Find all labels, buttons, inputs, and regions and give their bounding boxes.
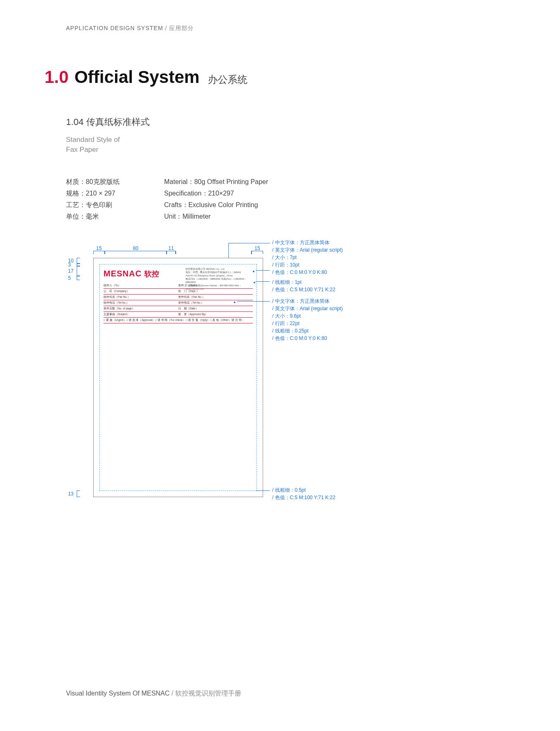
spec-craft-en: Crafts：Exclusive Color Printing: [164, 199, 268, 211]
ruler-seg: [176, 251, 252, 254]
spec-size-en: Specification：210×297: [164, 188, 268, 199]
specs-cn: 材质：80克胶版纸 规格：210 × 297 工艺：专色印刷 单位：毫米: [66, 176, 153, 222]
company-info-line: 地址：中国 · 青岛市郑州路43号 邮编(P.C.)：266042: [186, 271, 254, 274]
form-cell: 日 期（Date）: [178, 307, 253, 311]
ruler-seg: 5: [77, 276, 80, 280]
company-info-line: 软控股份有限公司 MESNAC Co., Ltd.: [186, 267, 254, 271]
form-cell: 发件传真（Fax No.）: [178, 295, 253, 299]
leader-line: [228, 243, 229, 258]
section-sub-line1: Standard Style of: [66, 135, 560, 145]
form-row: 主题事由（Subject）签 发（Approved By）: [104, 312, 253, 318]
section-title: 1.04 传真纸标准样式: [66, 116, 560, 128]
ruler-seg-bottom: 13: [77, 490, 80, 497]
form-row: 收件电话（Tel No.）发件电话（Tel No.）: [104, 300, 253, 306]
spec-material-cn: 材质：80克胶版纸: [66, 176, 153, 188]
marker-dot: [234, 302, 235, 303]
annotation-line: / 线粗细：0.5pt: [272, 486, 335, 494]
diagram: 15801115 103175 13 MESNAC 软控 软控股份有限公司 ME…: [0, 243, 560, 540]
logo-en: MESNAC: [104, 269, 142, 279]
form-cell: 主题事由（Subject）: [104, 313, 178, 316]
ruler-bottom: 13: [77, 490, 92, 497]
marker-dot: [254, 282, 255, 283]
annotation-4: / 线粗细：0.5pt/ 色值：C:5 M:100 Y:71 K:22: [272, 486, 335, 501]
spec-material-en: Material：80g Offset Printing Paper: [164, 176, 268, 188]
page-title: 1.0 Official System 办公系统: [45, 67, 560, 87]
ruler-label: 17: [68, 268, 73, 274]
footer-cn: 软控视觉识别管理手册: [175, 690, 241, 697]
footer-en: Visual Identity System Of MESNAC: [66, 690, 169, 697]
spec-size-cn: 规格：210 × 297: [66, 188, 153, 199]
ruler-top: 15801115: [93, 249, 263, 256]
annotation-line: / 中文字体：方正黑体简体: [272, 239, 343, 246]
form-row: 公 司（Company）部 门（Dept.）: [104, 289, 253, 295]
ruler-seg: 11: [167, 251, 176, 254]
form-cell: 发件电话（Tel No.）: [178, 301, 253, 305]
form-cell: 发件页数（No. of page）: [104, 307, 178, 311]
title-number: 1.0: [45, 67, 68, 87]
ruler-label: 80: [133, 245, 138, 251]
breadcrumb-sep: /: [163, 25, 169, 31]
annotation-line: / 色值：C:0 M:0 Y:0 K:80: [272, 335, 343, 342]
ruler-label-bottom: 13: [68, 491, 73, 497]
spec-unit-cn: 单位：毫米: [66, 211, 153, 222]
leader-line: [256, 281, 270, 282]
title-sub: 办公系统: [208, 73, 247, 86]
title-main: Official System: [74, 67, 199, 87]
ruler-label: 3: [68, 262, 71, 268]
spec-craft-cn: 工艺：专色印刷: [66, 199, 153, 211]
footer-sep: /: [169, 690, 175, 697]
form-row: 发件页数（No. of page）日 期（Date）: [104, 306, 253, 312]
form-cell: 收件电话（Tel No.）: [104, 301, 178, 305]
form-row: 收件人（To）发件人（From）: [104, 283, 253, 289]
ruler-left: 103175: [77, 258, 92, 280]
annotation-line: / 色值：C:0 M:0 Y:0 K:80: [272, 269, 343, 276]
footer: Visual Identity System Of MESNAC / 软控视觉识…: [66, 689, 241, 698]
leader-line: [256, 490, 270, 491]
form-cell: 发件人（From）: [178, 284, 253, 288]
annotation-line: / 行距：22pt: [272, 320, 343, 327]
marker-dot: [253, 271, 254, 272]
annotation-1: / 中文字体：方正黑体简体/ 英文字体：Arial (regular scrip…: [272, 239, 343, 276]
annotation-line: / 中文字体：方正黑体简体: [272, 297, 343, 305]
form-cell: 签 发（Approved By）: [178, 313, 253, 316]
form-cell: 部 门（Dept.）: [178, 290, 253, 293]
annotation-2: / 线粗细：1pt/ 色值：C:5 M:100 Y:71 K:22: [272, 278, 335, 293]
form-cell: 收件人（To）: [104, 284, 178, 288]
section-sub-line2: Fax Paper: [66, 145, 560, 155]
specs-en: Material：80g Offset Printing Paper Speci…: [164, 176, 268, 222]
ruler-seg: 15: [93, 251, 105, 254]
leader-line: [256, 270, 270, 271]
ruler-seg: 15: [252, 251, 263, 254]
ruler-label: 15: [96, 245, 101, 251]
annotation-line: / 英文字体：Arial (regular script): [272, 305, 343, 312]
form-cell: 收件传真（Fax No.）: [104, 295, 178, 299]
annotation-line: / 色值：C:5 M:100 Y:71 K:22: [272, 286, 335, 293]
breadcrumb-cn: 应用部分: [169, 25, 194, 31]
company-info-line: Add:NO.43 Zhengzhou Road ,Qingdao , Chin…: [186, 274, 254, 277]
specifications: 材质：80克胶版纸 规格：210 × 297 工艺：专色印刷 单位：毫米 Mat…: [66, 176, 560, 222]
annotation-line: / 行距：10pt: [272, 261, 343, 269]
form-options-row: □ 紧 急（Urgent）□ 请 批 准（Approval）□ 请 审 阅（Fo…: [104, 318, 253, 323]
leader-line: [237, 301, 270, 302]
logo-cn: 软控: [144, 269, 159, 279]
annotation-3: / 中文字体：方正黑体简体/ 英文字体：Arial (regular scrip…: [272, 297, 343, 342]
breadcrumb: APPLICATION DESIGN SYSTEM / 应用部分: [66, 25, 560, 32]
leader-line: [228, 243, 270, 243]
annotation-line: / 大小：9.6pt: [272, 312, 343, 320]
ruler-seg: 17: [77, 266, 80, 276]
ruler-label: 15: [254, 245, 260, 251]
ruler-seg: 10: [77, 258, 80, 264]
annotation-line: / 色值：C:5 M:100 Y:71 K:22: [272, 494, 335, 501]
form-options: □ 紧 急（Urgent）□ 请 批 准（Approval）□ 请 审 阅（Fo…: [104, 318, 253, 322]
section-subtitle: Standard Style of Fax Paper: [66, 135, 560, 155]
ruler-label: 11: [168, 245, 174, 251]
ruler-seg: 80: [105, 251, 167, 254]
form-cell: 公 司（Company）: [104, 290, 178, 293]
fax-form: 收件人（To）发件人（From）公 司（Company）部 门（Dept.）收件…: [104, 283, 253, 323]
breadcrumb-en: APPLICATION DESIGN SYSTEM: [66, 25, 163, 31]
annotation-line: / 线粗细：1pt: [272, 278, 335, 286]
ruler-label: 5: [68, 275, 71, 281]
annotation-line: / 英文字体：Arial (regular script): [272, 246, 343, 254]
annotation-line: / 线粗细：0.25pt: [272, 327, 343, 335]
form-row: 收件传真（Fax No.）发件传真（Fax No.）: [104, 295, 253, 300]
